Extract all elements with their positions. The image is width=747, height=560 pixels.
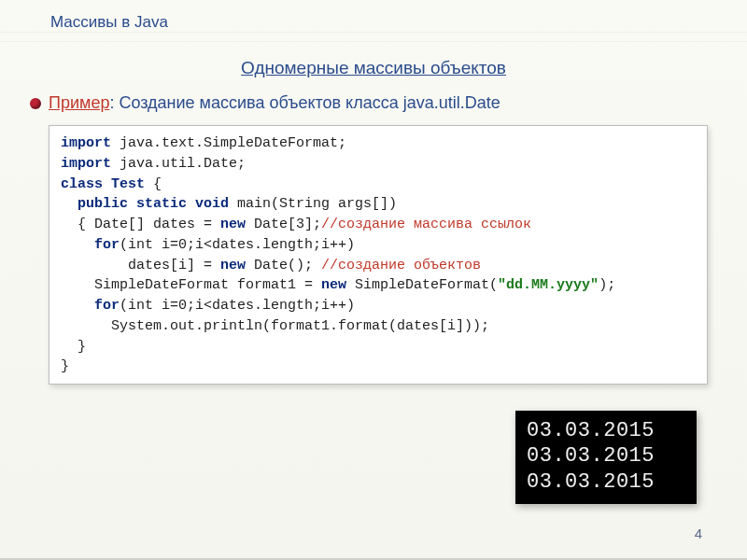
code-comment: //создание массива ссылок: [321, 217, 531, 232]
code-text: Date[3];: [246, 217, 321, 232]
example-colon: :: [109, 93, 114, 112]
slide-container: Массивы в Java Одномерные массивы объект…: [0, 0, 747, 560]
code-text: [61, 298, 94, 314]
ruled-line: [0, 41, 747, 42]
code-comment: //создание объектов: [321, 258, 481, 273]
code-text: main(String args[]): [229, 196, 397, 212]
code-text: java.util.Date;: [111, 156, 246, 172]
code-text: {: [61, 217, 94, 232]
code-text: (int i=0;i<dates.length;i++): [120, 237, 355, 253]
code-text: );: [599, 277, 615, 293]
code-keyword: new: [220, 217, 246, 232]
code-class: Test: [103, 176, 145, 192]
page-number: 4: [695, 525, 702, 541]
output-line: 03.03.2015: [527, 469, 685, 496]
example-text: Создание массива объектов класса java.ut…: [119, 93, 500, 112]
code-keyword: new: [321, 277, 346, 293]
code-keyword: for: [94, 237, 120, 253]
code-keyword: import: [61, 156, 111, 172]
code-text: Date();: [246, 258, 321, 273]
code-keyword: for: [94, 298, 120, 314]
code-text: {: [145, 176, 162, 192]
bullet-text: Пример: Создание массива объектов класса…: [49, 93, 500, 113]
code-keyword: new: [220, 258, 246, 273]
section-heading: Одномерные массивы объектов: [0, 58, 747, 78]
code-text: }: [61, 339, 86, 355]
code-keyword: class: [61, 176, 103, 192]
code-text: [61, 196, 78, 212]
code-string: "dd.MM.yyyy": [498, 277, 599, 293]
code-text: Date[] dates =: [94, 217, 220, 232]
code-text: [61, 237, 94, 253]
page-title: Массивы в Java: [50, 13, 168, 32]
output-line: 03.03.2015: [527, 443, 685, 469]
ruled-line: [0, 32, 747, 33]
code-text: SimpleDateFormat(: [346, 277, 498, 293]
code-box: import java.text.SimpleDateFormat; impor…: [49, 125, 708, 385]
code-keyword: import: [61, 135, 111, 151]
code-text: SimpleDateFormat format1 =: [61, 277, 321, 293]
code-keyword: public static void: [78, 196, 229, 212]
output-box: 03.03.2015 03.03.2015 03.03.2015: [515, 411, 697, 505]
code-text: dates[i] =: [61, 258, 220, 273]
code-text: java.text.SimpleDateFormat;: [111, 135, 346, 151]
bullet-row: Пример: Создание массива объектов класса…: [30, 93, 717, 113]
output-line: 03.03.2015: [527, 418, 685, 444]
example-label: Пример: [49, 93, 109, 112]
code-text: System.out.println(format1.format(dates[…: [61, 318, 489, 334]
code-text: }: [61, 358, 69, 374]
code-text: (int i=0;i<dates.length;i++): [120, 298, 355, 314]
bullet-icon: [30, 98, 41, 109]
